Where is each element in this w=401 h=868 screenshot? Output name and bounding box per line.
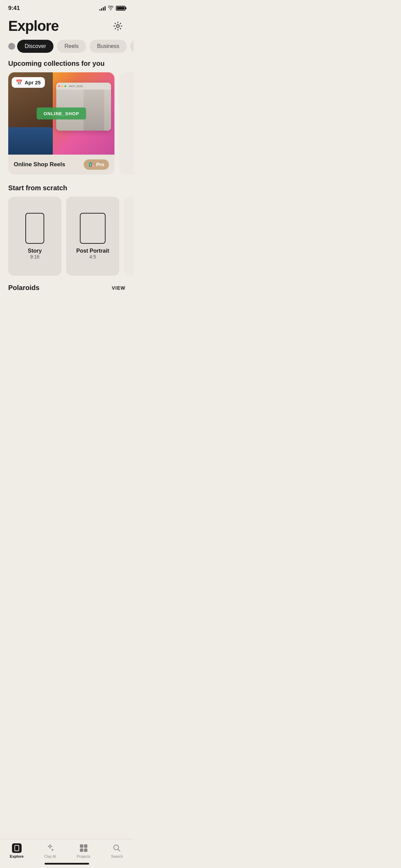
portrait-shape	[80, 213, 106, 244]
wifi-icon	[108, 5, 114, 11]
scratch-label-story: Story 9:16	[28, 248, 42, 260]
header: Explore	[0, 14, 134, 40]
scratch-label-portrait: Post Portrait 4:5	[76, 248, 109, 260]
scratch-label-title: Post Portrait	[76, 248, 109, 254]
photo-pet	[8, 127, 53, 155]
browser-bar: MOV_6335	[56, 83, 111, 89]
signal-icon	[99, 6, 106, 11]
scroll-indicator	[8, 43, 15, 50]
polaroids-title: Polaroids	[8, 284, 39, 292]
story-shape	[25, 213, 44, 244]
scratch-label-sub: 4:5	[76, 254, 109, 260]
date-badge: 📅 Apr 25	[12, 77, 45, 88]
pro-label: Pro	[96, 162, 104, 167]
view-button[interactable]: VIEW	[112, 285, 125, 291]
pro-icon: 🛍️	[88, 162, 94, 167]
tab-discover[interactable]: Discover	[17, 40, 53, 53]
scratch-label-sub: 9:16	[28, 254, 42, 260]
collections-row: 📅 Apr 25 MOV_6335	[0, 72, 134, 183]
scratch-title: Start from scratch	[0, 184, 134, 197]
date-badge-text: Apr 25	[25, 80, 41, 85]
collection-footer: Online Shop Reels 🛍️ Pro	[8, 155, 114, 174]
pro-badge: 🛍️ Pro	[84, 159, 109, 170]
collection-card-online-shop[interactable]: 📅 Apr 25 MOV_6335	[8, 72, 114, 174]
calendar-icon: 📅	[16, 79, 23, 86]
collection-card-partial	[119, 72, 134, 174]
scratch-section: Start from scratch Story 9:16 Post Portr…	[0, 183, 134, 284]
scratch-row: Story 9:16 Post Portrait 4:5	[0, 197, 134, 284]
collection-label: Online Shop Reels	[14, 161, 65, 168]
page-title: Explore	[8, 18, 59, 34]
tab-reels[interactable]: Reels	[57, 40, 86, 53]
scratch-card-partial	[124, 197, 134, 276]
status-time: 9:41	[8, 5, 20, 12]
svg-point-0	[117, 25, 119, 27]
scratch-card-story[interactable]: Story 9:16	[8, 197, 61, 276]
browser-url: MOV_6335	[69, 85, 109, 88]
portrait-format-icon	[80, 213, 106, 244]
card-background: 📅 Apr 25 MOV_6335	[8, 72, 114, 155]
online-shop-banner: ONLINE_SHOP	[37, 108, 86, 120]
collections-title: Upcoming collections for you	[0, 60, 134, 72]
collection-image: 📅 Apr 25 MOV_6335	[8, 72, 114, 155]
battery-icon	[116, 6, 125, 11]
settings-button[interactable]	[110, 19, 125, 34]
polaroids-header: Polaroids VIEW	[0, 284, 134, 297]
gear-icon	[113, 21, 123, 31]
filter-tabs: Discover Reels Business Events	[0, 40, 134, 60]
tab-events[interactable]: Events	[130, 40, 134, 53]
status-bar: 9:41	[0, 0, 134, 14]
browser-mockup: MOV_6335	[56, 83, 111, 131]
tab-business[interactable]: Business	[89, 40, 127, 53]
browser-figure	[84, 89, 104, 131]
scratch-card-portrait[interactable]: Post Portrait 4:5	[66, 197, 119, 276]
story-format-icon	[25, 213, 44, 244]
status-icons	[99, 5, 125, 11]
scratch-label-title: Story	[28, 248, 42, 254]
